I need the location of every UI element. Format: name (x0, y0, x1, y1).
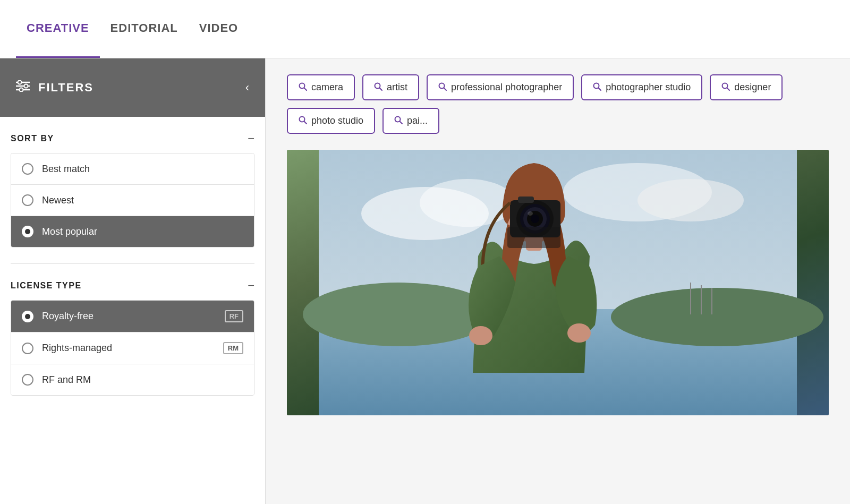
tab-video[interactable]: VIDEO (189, 0, 249, 58)
search-icon (593, 82, 601, 93)
search-icon (394, 116, 403, 126)
tab-bar: CREATIVEEDITORIALVIDEO (0, 0, 850, 58)
sort-by-collapse-button[interactable]: − (248, 133, 254, 144)
sort-by-title: SORT BY (11, 134, 54, 143)
license-option-rights-managed[interactable]: Rights-managedRM (11, 332, 254, 364)
main-image-container (287, 150, 829, 415)
svg-point-22 (420, 179, 515, 227)
main-photographer-image (287, 150, 829, 415)
license-type-section-header: LICENSE TYPE − (11, 280, 254, 292)
radio-circle-license-rf-and-rm (22, 374, 33, 386)
radio-circle-most-popular (22, 226, 33, 237)
svg-point-4 (24, 84, 28, 88)
svg-point-26 (303, 283, 494, 346)
license-option-royalty-free[interactable]: Royalty-freeRF (11, 301, 254, 332)
sort-by-radio-group: Best matchNewestMost popular (11, 153, 254, 247)
svg-line-17 (304, 121, 307, 124)
svg-point-42 (567, 323, 591, 343)
radio-dot-most-popular (25, 229, 30, 234)
svg-point-24 (638, 179, 744, 221)
license-option-rf-and-rm[interactable]: RF and RM (11, 364, 254, 395)
section-divider (11, 263, 254, 264)
chip-painter[interactable]: pai... (382, 108, 439, 134)
sort-option-newest[interactable]: Newest (11, 185, 254, 216)
svg-point-39 (528, 211, 533, 216)
search-icon (721, 82, 730, 93)
sort-option-most-popular[interactable]: Most popular (11, 216, 254, 247)
radio-label-newest: Newest (42, 195, 74, 206)
svg-line-19 (400, 121, 403, 124)
chip-label-photo-studio: photo studio (311, 115, 363, 126)
radio-label-license-royalty-free: Royalty-free (42, 311, 94, 322)
license-type-radio-group: Royalty-freeRFRights-managedRMRF and RM (11, 300, 254, 396)
radio-circle-newest (22, 194, 33, 206)
radio-circle-license-rights-managed (22, 343, 33, 354)
tab-creative[interactable]: CREATIVE (16, 0, 100, 58)
sidebar-header: FILTERS ‹ (0, 58, 265, 117)
chip-professional-photographer[interactable]: professional photographer (427, 74, 574, 100)
search-icon (374, 82, 382, 93)
chip-camera[interactable]: camera (287, 74, 355, 100)
search-icon (299, 82, 307, 93)
chip-artist[interactable]: artist (362, 74, 419, 100)
svg-rect-43 (507, 227, 560, 248)
svg-line-7 (304, 88, 307, 90)
svg-point-41 (469, 326, 492, 345)
license-badge-royalty-free: RF (225, 310, 243, 322)
radio-label-license-rights-managed: Rights-managed (42, 343, 112, 354)
radio-circle-license-royalty-free (22, 311, 33, 322)
svg-point-27 (611, 288, 823, 346)
license-type-collapse-button[interactable]: − (248, 280, 254, 292)
license-type-title: LICENSE TYPE (11, 281, 82, 291)
license-badge-rights-managed: RM (223, 342, 243, 354)
search-icon (299, 116, 307, 126)
radio-circle-best-match (22, 163, 33, 175)
chip-photographer-studio[interactable]: photographer studio (581, 74, 702, 100)
radio-label-most-popular: Most popular (42, 226, 97, 237)
filters-label: FILTERS (38, 81, 94, 95)
chip-designer[interactable]: designer (710, 74, 783, 100)
sidebar-header-left: FILTERS (16, 80, 94, 95)
svg-rect-40 (518, 197, 534, 203)
radio-label-best-match: Best match (42, 164, 90, 175)
sidebar: FILTERS ‹ SORT BY − Best matchNewestMost… (0, 58, 266, 504)
search-icon (438, 82, 447, 93)
main-layout: FILTERS ‹ SORT BY − Best matchNewestMost… (0, 58, 850, 504)
chip-label-designer: designer (734, 82, 771, 93)
svg-line-11 (444, 88, 447, 90)
tab-editorial[interactable]: EDITORIAL (100, 0, 189, 58)
svg-line-13 (599, 88, 601, 90)
chip-label-camera: camera (311, 82, 343, 93)
chip-label-artist: artist (387, 82, 407, 93)
sort-option-best-match[interactable]: Best match (11, 153, 254, 185)
sidebar-content: SORT BY − Best matchNewestMost popular L… (0, 117, 265, 428)
chip-label-professional-photographer: professional photographer (451, 82, 562, 93)
chip-photo-studio[interactable]: photo studio (287, 108, 375, 134)
chips-container: camera artist professional photographer … (287, 74, 829, 134)
svg-line-9 (380, 88, 382, 90)
filter-icon (16, 80, 30, 95)
radio-label-license-rf-and-rm: RF and RM (42, 374, 91, 386)
svg-point-5 (20, 88, 23, 92)
chip-label-photographer-studio: photographer studio (606, 82, 691, 93)
sort-by-section-header: SORT BY − (11, 133, 254, 144)
content-area: camera artist professional photographer … (266, 58, 850, 504)
svg-point-3 (18, 81, 22, 84)
svg-line-15 (727, 88, 730, 90)
radio-dot-license-royalty-free (25, 314, 30, 319)
chip-label-painter: pai... (407, 115, 428, 126)
svg-point-38 (531, 215, 539, 223)
collapse-sidebar-button[interactable]: ‹ (245, 81, 249, 95)
